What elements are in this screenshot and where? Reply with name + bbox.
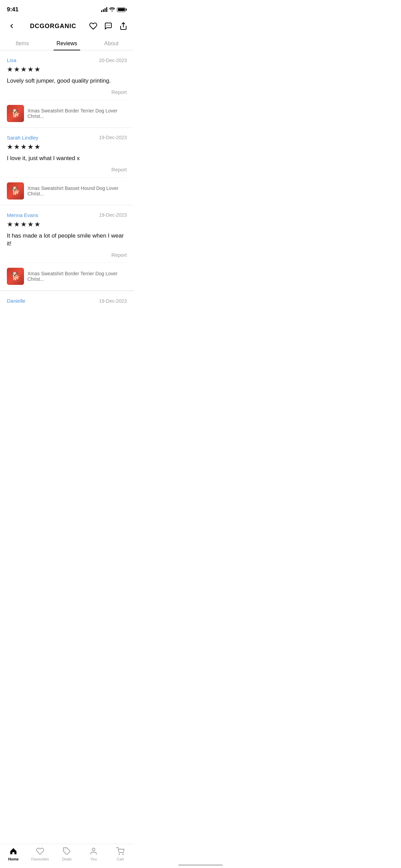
review-item: Sarah Lindley 19-Dec-2023 ★ ★ ★ ★ ★ I lo… [0, 128, 134, 205]
header-actions [88, 21, 128, 31]
header: DCGORGANIC [0, 17, 134, 36]
product-name: Xmas Sweatshirt Border Terrier Dog Lover… [27, 108, 127, 119]
product-thumbnail: 🐕 [7, 105, 24, 122]
report-button[interactable]: Report [7, 89, 127, 95]
product-reference: 🐕 Xmas Sweatshirt Border Terrier Dog Lov… [7, 263, 127, 285]
review-text: It has made a lot of people smile when I… [7, 232, 127, 248]
star-rating: ★ ★ ★ ★ ★ [7, 65, 127, 73]
product-name: Xmas Sweatshirt Border Terrier Dog Lover… [27, 271, 127, 282]
reviewer-name[interactable]: Menna Evans [7, 212, 38, 218]
review-header: Lisa 20-Dec-2023 [7, 57, 127, 63]
reviewer-name: Danielle [7, 298, 25, 304]
review-date: 19-Dec-2023 [99, 298, 127, 304]
favourite-icon[interactable] [88, 21, 98, 31]
review-item: Menna Evans 19-Dec-2023 ★ ★ ★ ★ ★ It has… [0, 205, 134, 291]
reviews-list: Lisa 20-Dec-2023 ★ ★ ★ ★ ★ Lovely soft j… [0, 50, 134, 304]
review-date: 19-Dec-2023 [99, 212, 127, 218]
product-reference: 🐕 Xmas Sweatshirt Border Terrier Dog Lov… [7, 100, 127, 122]
status-icons [101, 7, 127, 13]
back-button[interactable] [5, 20, 18, 32]
store-title: DCGORGANIC [30, 23, 76, 30]
share-icon[interactable] [119, 21, 128, 31]
message-icon[interactable] [104, 21, 113, 31]
review-header: Sarah Lindley 19-Dec-2023 [7, 135, 127, 141]
review-text: I love it, just what I wanted x [7, 154, 127, 162]
report-button[interactable]: Report [7, 252, 127, 258]
review-text: Lovely soft jumper, good quality printin… [7, 77, 127, 85]
review-item-partial: Danielle 19-Dec-2023 [0, 291, 134, 304]
wifi-icon [109, 7, 115, 13]
product-thumbnail: 🐕 [7, 268, 24, 285]
review-header: Danielle 19-Dec-2023 [7, 298, 127, 304]
reviewer-name[interactable]: Sarah Lindley [7, 135, 38, 141]
battery-icon [117, 8, 127, 12]
signal-icon [101, 7, 107, 12]
tab-about[interactable]: About [89, 36, 134, 50]
tab-items[interactable]: Items [0, 36, 45, 50]
review-item: Lisa 20-Dec-2023 ★ ★ ★ ★ ★ Lovely soft j… [0, 50, 134, 128]
review-header: Menna Evans 19-Dec-2023 [7, 212, 127, 218]
status-bar: 9:41 [0, 0, 134, 17]
star-rating: ★ ★ ★ ★ ★ [7, 220, 127, 228]
reviewer-name[interactable]: Lisa [7, 57, 16, 63]
review-date: 20-Dec-2023 [99, 58, 127, 63]
star-rating: ★ ★ ★ ★ ★ [7, 143, 127, 151]
review-date: 19-Dec-2023 [99, 135, 127, 140]
report-button[interactable]: Report [7, 167, 127, 172]
status-time: 9:41 [7, 6, 19, 13]
product-name: Xmas Sweatshirt Basset Hound Dog Lover C… [27, 185, 127, 196]
product-reference: 🐕 Xmas Sweatshirt Basset Hound Dog Lover… [7, 177, 127, 200]
product-thumbnail: 🐕 [7, 182, 24, 200]
tab-navigation: Items Reviews About [0, 36, 134, 50]
tab-reviews[interactable]: Reviews [45, 36, 89, 50]
